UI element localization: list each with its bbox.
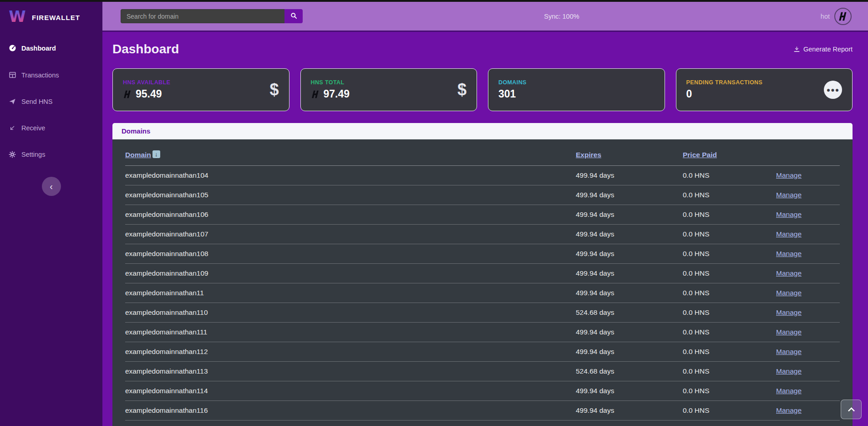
sidebar-item-send-hns[interactable]: Send HNS bbox=[0, 91, 102, 112]
sidebar-item-dashboard[interactable]: Dashboard bbox=[0, 37, 102, 59]
price-cell: 0.0 HNS bbox=[683, 401, 776, 421]
sidebar: W FIREWALLET Dashboard bbox=[0, 2, 102, 426]
manage-link[interactable]: Manage bbox=[776, 210, 802, 218]
stat-card-hns-total: HNS TOTAL 97.49 $ bbox=[300, 68, 477, 111]
manage-link[interactable]: Manage bbox=[776, 328, 802, 336]
manage-link[interactable]: Manage bbox=[776, 191, 802, 199]
domains-table: Domain↓ Expires Price Paid exampledomain… bbox=[125, 139, 840, 426]
expires-cell: 499.94 days bbox=[576, 166, 683, 185]
download-icon bbox=[793, 46, 800, 53]
stat-card-pending-transactions: PENDING TRANSACTIONS 0 ●●● bbox=[676, 68, 853, 111]
table-row: exampledomainnathan114 499.94 days 0.0 H… bbox=[125, 381, 840, 401]
brand[interactable]: W FIREWALLET bbox=[0, 2, 102, 32]
sidebar-item-label: Send HNS bbox=[21, 98, 53, 105]
sidebar-nav: Dashboard Transactions Send HNS bbox=[0, 32, 102, 165]
expires-cell: 499.94 days bbox=[576, 323, 683, 342]
domain-cell: exampledomainnathan111 bbox=[125, 323, 576, 342]
table-row: exampledomainnathan111 499.94 days 0.0 H… bbox=[125, 323, 840, 342]
arrow-down-left-icon bbox=[8, 124, 16, 132]
domain-cell: exampledomainnathan113 bbox=[125, 362, 576, 381]
manage-link[interactable]: Manage bbox=[776, 387, 802, 395]
sidebar-item-transactions[interactable]: Transactions bbox=[0, 64, 102, 86]
dollar-icon: $ bbox=[269, 82, 279, 98]
paper-plane-icon bbox=[8, 98, 16, 105]
expires-cell: 499.94 days bbox=[576, 244, 683, 264]
expires-cell: 499.94 days bbox=[576, 264, 683, 283]
scroll-to-top-button[interactable] bbox=[841, 400, 862, 419]
sidebar-item-label: Settings bbox=[21, 151, 45, 158]
hns-coin-icon bbox=[311, 90, 320, 99]
domain-cell: exampledomainnathan11 bbox=[125, 283, 576, 303]
sidebar-collapse-button[interactable]: ‹ bbox=[42, 177, 61, 196]
hns-logo-badge[interactable] bbox=[834, 8, 852, 25]
sort-by-domain[interactable]: Domain bbox=[125, 151, 151, 159]
domain-cell: exampledomainnathan109 bbox=[125, 264, 576, 283]
expires-cell: 524.68 days bbox=[576, 303, 683, 323]
manage-link[interactable]: Manage bbox=[776, 171, 802, 179]
domains-panel-title: Domains bbox=[112, 123, 853, 139]
domains-table-body: exampledomainnathan104 499.94 days 0.0 H… bbox=[125, 166, 840, 426]
table-row: exampledomainnathan117 499.94 days 0.0 H… bbox=[125, 421, 840, 426]
table-row: exampledomainnathan106 499.94 days 0.0 H… bbox=[125, 205, 840, 225]
table-row: exampledomainnathan108 499.94 days 0.0 H… bbox=[125, 244, 840, 264]
stat-card-hns-available: HNS AVAILABLE 95.49 $ bbox=[112, 68, 289, 111]
expires-cell: 499.94 days bbox=[576, 205, 683, 225]
sync-status: Sync: 100% bbox=[303, 13, 821, 20]
dashboard-content: Dashboard Generate Report HNS AVAILABLE bbox=[102, 32, 868, 426]
price-cell: 0.0 HNS bbox=[683, 362, 776, 381]
manage-link[interactable]: Manage bbox=[776, 348, 802, 355]
search-input[interactable] bbox=[121, 9, 284, 23]
generate-report-button[interactable]: Generate Report bbox=[793, 46, 853, 53]
stat-value: 0 bbox=[686, 88, 692, 100]
generate-report-label: Generate Report bbox=[803, 46, 853, 53]
table-row: exampledomainnathan104 499.94 days 0.0 H… bbox=[125, 166, 840, 185]
sort-by-expires[interactable]: Expires bbox=[576, 151, 601, 159]
expires-cell: 499.94 days bbox=[576, 185, 683, 205]
manage-link[interactable]: Manage bbox=[776, 406, 802, 414]
price-cell: 0.0 HNS bbox=[683, 244, 776, 264]
stat-value: 301 bbox=[498, 88, 516, 100]
page-title: Dashboard bbox=[112, 42, 179, 56]
domain-cell: exampledomainnathan106 bbox=[125, 205, 576, 225]
expires-cell: 499.94 days bbox=[576, 342, 683, 362]
stat-label: HNS TOTAL bbox=[311, 79, 350, 86]
price-cell: 0.0 HNS bbox=[683, 283, 776, 303]
table-header-row: Domain↓ Expires Price Paid bbox=[125, 139, 840, 166]
manage-link[interactable]: Manage bbox=[776, 289, 802, 297]
dollar-icon: $ bbox=[457, 82, 467, 98]
chevron-left-icon: ‹ bbox=[50, 182, 53, 191]
search-button[interactable] bbox=[284, 9, 303, 23]
table-row: exampledomainnathan105 499.94 days 0.0 H… bbox=[125, 185, 840, 205]
price-cell: 0.0 HNS bbox=[683, 381, 776, 401]
firewallet-logo-icon: W bbox=[8, 7, 26, 27]
manage-link[interactable]: Manage bbox=[776, 308, 802, 316]
domain-cell: exampledomainnathan107 bbox=[125, 225, 576, 244]
window-top-edge bbox=[0, 0, 868, 2]
domain-cell: exampledomainnathan116 bbox=[125, 401, 576, 421]
topbar: Sync: 100% hot bbox=[102, 2, 868, 32]
sidebar-item-label: Transactions bbox=[21, 72, 59, 79]
sidebar-item-receive[interactable]: Receive bbox=[0, 118, 102, 139]
domains-panel: Domains Domain↓ Expires Price Paid bbox=[112, 123, 853, 426]
sidebar-item-label: Receive bbox=[21, 124, 45, 132]
expires-cell: 499.94 days bbox=[576, 225, 683, 244]
wallet-indicator: hot bbox=[821, 8, 852, 25]
chevron-up-icon bbox=[848, 407, 855, 415]
expires-cell: 499.94 days bbox=[576, 421, 683, 426]
manage-link[interactable]: Manage bbox=[776, 269, 802, 277]
hns-coin-icon bbox=[123, 90, 132, 99]
domain-cell: exampledomainnathan105 bbox=[125, 185, 576, 205]
domain-cell: exampledomainnathan114 bbox=[125, 381, 576, 401]
sort-by-price[interactable]: Price Paid bbox=[683, 151, 717, 159]
table-icon bbox=[8, 71, 16, 79]
manage-link[interactable]: Manage bbox=[776, 230, 802, 238]
stat-cards: HNS AVAILABLE 95.49 $ H bbox=[112, 68, 853, 111]
manage-link[interactable]: Manage bbox=[776, 250, 802, 257]
sidebar-item-settings[interactable]: Settings bbox=[0, 144, 102, 165]
manage-link[interactable]: Manage bbox=[776, 367, 802, 375]
price-cell: 0.0 HNS bbox=[683, 303, 776, 323]
table-row: exampledomainnathan110 524.68 days 0.0 H… bbox=[125, 303, 840, 323]
search-icon bbox=[290, 12, 297, 21]
expires-cell: 524.68 days bbox=[576, 362, 683, 381]
ellipsis-icon[interactable]: ●●● bbox=[824, 81, 842, 99]
